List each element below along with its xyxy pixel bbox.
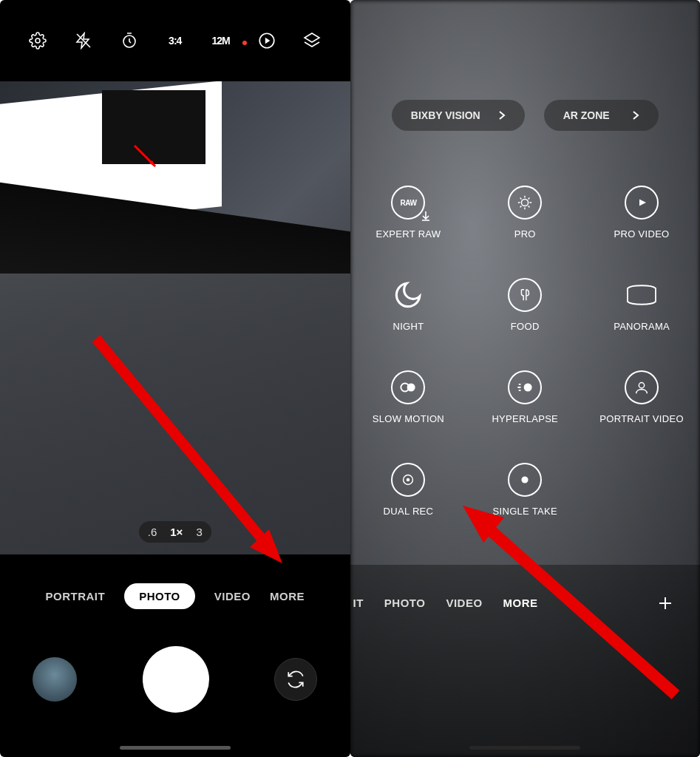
aspect-ratio-button[interactable]: 3:4 (165, 30, 186, 51)
bixby-vision-button[interactable]: BIXBY VISION (392, 100, 525, 131)
mode-portrait[interactable]: PORTRAIT (46, 590, 106, 602)
mode-panorama[interactable]: PANORAMA (583, 259, 700, 351)
filters-button[interactable] (302, 30, 322, 51)
slow-motion-label: SLOW MOTION (373, 413, 444, 424)
tab-photo[interactable]: PHOTO (384, 597, 426, 609)
mode-night[interactable]: NIGHT (350, 259, 467, 351)
svg-point-18 (407, 478, 410, 482)
night-label: NIGHT (393, 321, 424, 332)
flash-button[interactable] (73, 30, 94, 51)
raw-badge-text: RAW (400, 199, 416, 207)
dual-rec-icon (391, 463, 425, 497)
svg-marker-4 (265, 38, 270, 44)
single-take-icon (508, 463, 542, 497)
pro-video-icon (625, 186, 659, 220)
top-pill-row: BIXBY VISION AR ZONE (350, 100, 701, 131)
mode-photo[interactable]: PHOTO (124, 583, 195, 609)
shutter-row (0, 646, 350, 713)
resolution-button[interactable]: 12M (211, 30, 231, 51)
shutter-button[interactable] (143, 646, 209, 713)
chevron-right-icon (498, 110, 506, 120)
camera-main-screen: 3:4 12M .6 1× 3 PORTRAIT PHOTO VIDEO MOR… (0, 0, 350, 757)
switch-camera-button[interactable] (274, 658, 317, 701)
motion-photo-icon (257, 31, 276, 50)
bixby-vision-label: BIXBY VISION (411, 109, 480, 121)
timer-button[interactable] (119, 30, 140, 51)
mode-food[interactable]: FOOD (466, 259, 583, 351)
gallery-thumbnail[interactable] (33, 657, 77, 702)
annotation-arrow-more (89, 331, 310, 583)
svg-point-19 (522, 476, 529, 483)
camera-top-bar: 3:4 12M (0, 0, 350, 81)
dual-rec-label: DUAL REC (384, 506, 434, 517)
food-label: FOOD (511, 321, 540, 332)
svg-point-15 (524, 384, 532, 392)
gear-icon (29, 32, 47, 50)
svg-marker-12 (639, 200, 646, 206)
food-icon (508, 278, 542, 312)
chevron-right-icon (632, 110, 639, 120)
camera-more-modes-screen: BIXBY VISION AR ZONE RAW EXPERT RAW PRO (350, 0, 701, 757)
mode-slow-motion[interactable]: SLOW MOTION (350, 351, 467, 444)
hyperlapse-icon (508, 370, 542, 404)
more-modes-grid: RAW EXPERT RAW PRO PRO VIDEO NIGHT (350, 166, 701, 550)
timer-icon (120, 32, 138, 50)
layers-icon (303, 32, 321, 50)
annotation-arrow-small (133, 144, 163, 174)
slow-motion-icon (391, 370, 425, 404)
portrait-video-icon (625, 370, 659, 404)
expert-raw-label: EXPERT RAW (376, 228, 441, 240)
gesture-bar (120, 746, 231, 750)
ar-zone-label: AR ZONE (563, 109, 610, 121)
mode-portrait-video[interactable]: PORTRAIT VIDEO (583, 351, 700, 444)
panorama-icon (625, 278, 659, 312)
mode-hyperlapse[interactable]: HYPERLAPSE (466, 351, 583, 444)
mode-more[interactable]: MORE (270, 590, 305, 602)
pro-icon (508, 186, 542, 220)
mode-pro[interactable]: PRO (466, 166, 583, 259)
mode-pro-video[interactable]: PRO VIDEO (583, 166, 700, 259)
tab-it-truncated[interactable]: IT (353, 597, 364, 609)
svg-marker-5 (305, 33, 319, 42)
expert-raw-icon: RAW (391, 186, 425, 220)
svg-point-0 (35, 38, 40, 43)
motion-photo-button[interactable] (256, 30, 277, 51)
annotation-arrow-dual-rec (446, 495, 690, 710)
camera-mode-row[interactable]: PORTRAIT PHOTO VIDEO MORE (0, 583, 350, 609)
svg-point-11 (522, 199, 529, 206)
flash-off-icon (75, 32, 92, 50)
mode-video[interactable]: VIDEO (214, 590, 251, 602)
ar-zone-button[interactable]: AR ZONE (544, 100, 659, 131)
switch-camera-icon (286, 670, 305, 689)
portrait-video-label: PORTRAIT VIDEO (599, 413, 684, 424)
svg-point-16 (639, 383, 644, 388)
settings-button[interactable] (27, 30, 48, 51)
pro-label: PRO (514, 228, 536, 240)
night-icon (391, 278, 425, 312)
svg-line-20 (476, 517, 676, 695)
panorama-label: PANORAMA (614, 321, 670, 332)
mode-expert-raw[interactable]: RAW EXPERT RAW (350, 166, 467, 259)
hyperlapse-label: HYPERLAPSE (492, 413, 558, 424)
svg-line-8 (96, 339, 273, 553)
pro-video-label: PRO VIDEO (614, 228, 670, 240)
